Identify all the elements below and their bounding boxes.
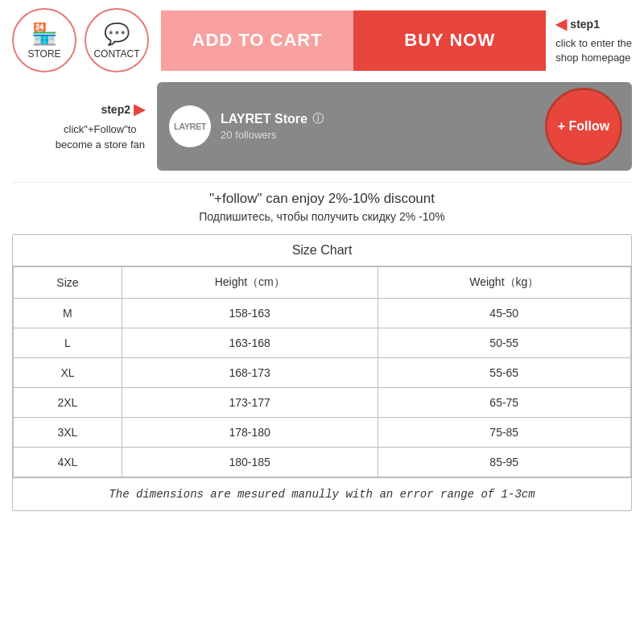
- col-weight: Weight（kg）: [378, 267, 630, 299]
- step1-area: ◀ step1 click to enter the shop homepage: [555, 15, 632, 65]
- table-cell: 180-185: [122, 448, 378, 477]
- verified-icon: ⓘ: [312, 112, 324, 126]
- table-cell: XL: [14, 358, 122, 388]
- col-height: Height（cm）: [122, 267, 378, 299]
- step1-description: click to enter the shop homepage: [555, 36, 632, 65]
- size-table-body: M158-16345-50L163-16850-55XL168-17355-65…: [14, 299, 631, 477]
- table-cell: 50-55: [378, 328, 630, 358]
- table-cell: 65-75: [378, 388, 630, 418]
- store-follow-bar: LAYRET LAYRET Store ⓘ 20 followers + Fol…: [157, 82, 632, 171]
- buy-now-button[interactable]: BUY NOW: [353, 10, 546, 71]
- discount-ru-text: Подпишитесь, чтобы получить скидку 2% -1…: [12, 210, 632, 223]
- layret-logo: LAYRET: [169, 105, 211, 147]
- step2-description: click"+Follow"to become a store fan: [56, 122, 145, 153]
- discount-en-text: "+follow" can enjoy 2%-10% discount: [12, 191, 632, 207]
- contact-button[interactable]: 💬 CONTACT: [85, 8, 149, 72]
- add-to-cart-button[interactable]: ADD TO CART: [161, 10, 353, 71]
- contact-icon: 💬: [104, 22, 130, 47]
- table-row: M158-16345-50: [14, 299, 631, 328]
- table-row: L163-16850-55: [14, 328, 631, 358]
- store-followers: 20 followers: [221, 129, 538, 141]
- size-chart-title: Size Chart: [13, 235, 631, 266]
- store-info: LAYRET Store ⓘ 20 followers: [221, 112, 538, 141]
- top-bar: 🏪 STORE 💬 CONTACT ADD TO CART BUY NOW ◀ …: [12, 8, 632, 72]
- table-cell: 85-95: [378, 448, 630, 477]
- main-container: 🏪 STORE 💬 CONTACT ADD TO CART BUY NOW ◀ …: [0, 0, 644, 519]
- contact-label: CONTACT: [93, 48, 139, 60]
- table-cell: 45-50: [378, 299, 630, 328]
- size-chart-footer: The dimensions are mesured manully with …: [13, 477, 631, 510]
- table-header-row: Size Height（cm） Weight（kg）: [14, 267, 631, 299]
- table-row: 3XL178-18075-85: [14, 418, 631, 448]
- table-cell: 158-163: [122, 299, 378, 328]
- table-row: XL168-17355-65: [14, 358, 631, 388]
- table-cell: 2XL: [14, 388, 122, 418]
- store-button[interactable]: 🏪 STORE: [12, 8, 76, 72]
- table-cell: 178-180: [122, 418, 378, 448]
- store-icon: 🏪: [31, 22, 57, 47]
- table-cell: 168-173: [122, 358, 378, 388]
- size-table: Size Height（cm） Weight（kg） M158-16345-50…: [13, 266, 631, 477]
- table-cell: 55-65: [378, 358, 630, 388]
- table-cell: 173-177: [122, 388, 378, 418]
- arrow-right-icon: ▶: [134, 101, 145, 118]
- size-chart: Size Chart Size Height（cm） Weight（kg） M1…: [12, 234, 632, 511]
- col-size: Size: [14, 267, 122, 299]
- step2-label: step2 ▶: [101, 101, 145, 118]
- arrow-left-icon: ◀: [555, 15, 567, 33]
- table-row: 4XL180-18585-95: [14, 448, 631, 477]
- table-cell: 4XL: [14, 448, 122, 477]
- step1-label: ◀ step1: [555, 15, 600, 33]
- follow-button[interactable]: + Follow: [547, 90, 620, 163]
- table-row: 2XL173-17765-75: [14, 388, 631, 418]
- step2-section: step2 ▶ click"+Follow"to become a store …: [12, 82, 632, 171]
- table-cell: 3XL: [14, 418, 122, 448]
- table-cell: L: [14, 328, 122, 358]
- store-label: STORE: [27, 48, 60, 60]
- table-cell: M: [14, 299, 122, 328]
- table-cell: 75-85: [378, 418, 630, 448]
- store-name: LAYRET Store ⓘ: [221, 112, 538, 126]
- discount-section: "+follow" can enjoy 2%-10% discount Подп…: [12, 182, 632, 223]
- table-cell: 163-168: [122, 328, 378, 358]
- step2-text-area: step2 ▶ click"+Follow"to become a store …: [12, 101, 145, 153]
